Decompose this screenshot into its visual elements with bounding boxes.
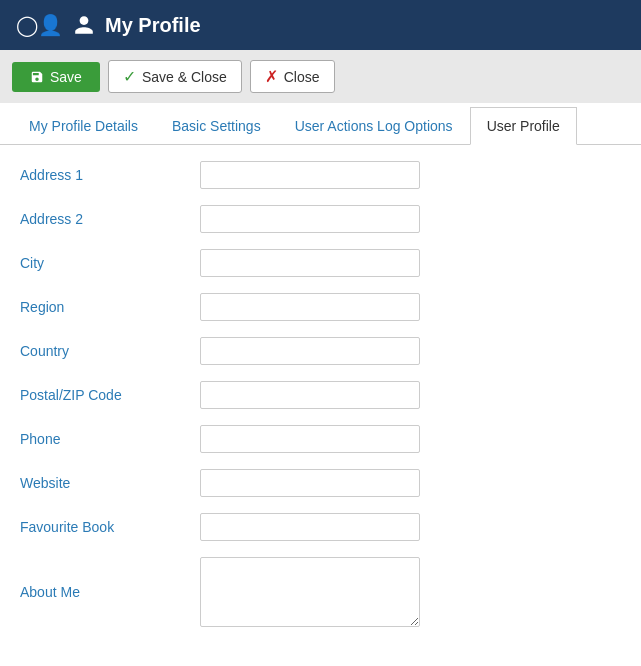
label-aboutme: About Me [20, 584, 200, 600]
toolbar: Save ✓ Save & Close ✗ Close [0, 50, 641, 103]
input-address1[interactable] [200, 161, 420, 189]
label-postalcode: Postal/ZIP Code [20, 387, 200, 403]
close-button[interactable]: ✗ Close [250, 60, 335, 93]
input-aboutme[interactable] [200, 557, 420, 627]
page-title: My Profile [105, 14, 201, 37]
tab-user-profile[interactable]: User Profile [470, 107, 577, 145]
field-row-address1: Address 1 [20, 161, 621, 189]
profile-form: Address 1 Address 2 City Region Country … [0, 145, 641, 659]
label-address1: Address 1 [20, 167, 200, 183]
input-city[interactable] [200, 249, 420, 277]
save-close-button[interactable]: ✓ Save & Close [108, 60, 242, 93]
field-row-country: Country [20, 337, 621, 365]
label-country: Country [20, 343, 200, 359]
app-header: ◯👤 My Profile [0, 0, 641, 50]
field-row-city: City [20, 249, 621, 277]
save-button[interactable]: Save [12, 62, 100, 92]
field-row-phone: Phone [20, 425, 621, 453]
label-city: City [20, 255, 200, 271]
field-row-region: Region [20, 293, 621, 321]
x-icon: ✗ [265, 67, 278, 86]
field-row-aboutme: About Me [20, 557, 621, 627]
check-icon: ✓ [123, 67, 136, 86]
input-postalcode[interactable] [200, 381, 420, 409]
tab-user-actions-log-options[interactable]: User Actions Log Options [278, 107, 470, 145]
label-region: Region [20, 299, 200, 315]
save-icon [30, 70, 44, 84]
field-row-favouritebook: Favourite Book [20, 513, 621, 541]
label-address2: Address 2 [20, 211, 200, 227]
person-icon [73, 14, 95, 36]
field-row-address2: Address 2 [20, 205, 621, 233]
field-row-website: Website [20, 469, 621, 497]
label-phone: Phone [20, 431, 200, 447]
input-website[interactable] [200, 469, 420, 497]
input-address2[interactable] [200, 205, 420, 233]
input-favouritebook[interactable] [200, 513, 420, 541]
input-region[interactable] [200, 293, 420, 321]
field-row-postalcode: Postal/ZIP Code [20, 381, 621, 409]
label-website: Website [20, 475, 200, 491]
label-favouritebook: Favourite Book [20, 519, 200, 535]
tab-basic-settings[interactable]: Basic Settings [155, 107, 278, 145]
tab-bar: My Profile Details Basic Settings User A… [0, 107, 641, 145]
input-phone[interactable] [200, 425, 420, 453]
input-country[interactable] [200, 337, 420, 365]
user-icon: ◯👤 [16, 13, 63, 37]
tab-my-profile-details[interactable]: My Profile Details [12, 107, 155, 145]
